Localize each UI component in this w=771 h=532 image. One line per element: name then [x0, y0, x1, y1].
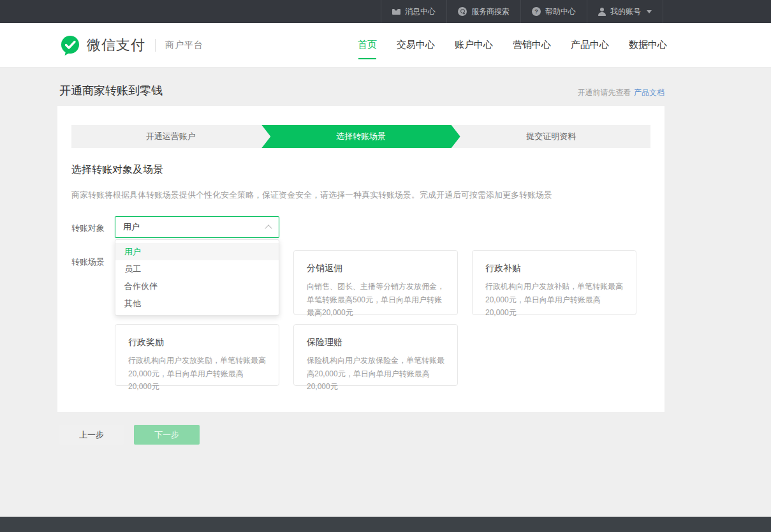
- nav-item-marketing-center[interactable]: 营销中心: [513, 39, 551, 51]
- scene-card-title: 行政奖励: [128, 337, 266, 348]
- brand-divider: [155, 39, 156, 52]
- scene-card-title: 分销返佣: [307, 263, 444, 274]
- dropdown-option-employee[interactable]: 员工: [115, 260, 279, 277]
- main-nav: 首页 交易中心 账户中心 营销中心 产品中心 数据中心: [358, 39, 667, 51]
- topbar-item-help[interactable]: ? 帮助中心: [520, 0, 587, 23]
- page-title: 开通商家转账到零钱: [59, 83, 163, 98]
- nav-item-account-center[interactable]: 账户中心: [455, 39, 493, 51]
- topbar-item-messages[interactable]: 消息中心: [381, 0, 446, 23]
- topbar-item-provider-search[interactable]: 服务商搜索: [446, 0, 520, 23]
- main-content: 开通商家转账到零钱 开通前请先查看 产品文档 开通运营账户 选择转账场景 提交证…: [0, 68, 771, 517]
- scene-card-title: 行政补贴: [485, 263, 623, 274]
- scene-card-desc: 行政机构向用户发放奖励，单笔转账最高20,000元，单日向单用户转账最高20,0…: [128, 354, 266, 394]
- product-doc-link[interactable]: 产品文档: [634, 88, 665, 97]
- prev-step-button[interactable]: 上一步: [59, 425, 124, 445]
- wechat-pay-icon: [59, 34, 81, 56]
- dropdown-option-user[interactable]: 用户: [115, 243, 279, 260]
- select-value: 用户: [123, 221, 266, 233]
- scene-card-insurance-claim[interactable]: 保险理赔 保险机构向用户发放保险金，单笔转账最高20,000元，单日向单用户转账…: [293, 324, 458, 386]
- nav-item-home[interactable]: 首页: [358, 39, 377, 51]
- dropdown-option-partner[interactable]: 合作伙伴: [115, 277, 279, 295]
- transfer-target-dropdown: 用户 员工 合作伙伴 其他: [115, 239, 279, 316]
- scene-card-desc: 向销售、团长、主播等分销方发放佣金，单笔转账最高500元，单日向单用户转账最高2…: [307, 280, 444, 320]
- brand-name: 微信支付: [87, 36, 145, 55]
- step-choose-scene: 选择转账场景: [261, 125, 460, 148]
- transfer-target-select[interactable]: 用户: [115, 216, 279, 238]
- section-title: 选择转账对象及场景: [71, 163, 650, 177]
- search-icon: [458, 7, 467, 16]
- scene-card-admin-subsidy[interactable]: 行政补贴 行政机构向用户发放补贴，单笔转账最高20,000元，单日向单用户转账最…: [472, 250, 636, 315]
- brand-subtitle: 商户平台: [165, 40, 203, 51]
- header: 微信支付 商户平台 首页 交易中心 账户中心 营销中心 产品中心 数据中心: [0, 23, 771, 68]
- chevron-up-icon: [265, 225, 272, 232]
- footer-bar: [0, 517, 771, 532]
- next-step-button[interactable]: 下一步: [134, 425, 200, 445]
- setup-panel: 开通运营账户 选择转账场景 提交证明资料 选择转账对象及场景 商家转账将根据具体…: [57, 106, 665, 412]
- dropdown-option-other[interactable]: 其他: [115, 295, 279, 312]
- scene-card-admin-reward[interactable]: 行政奖励 行政机构向用户发放奖励，单笔转账最高20,000元，单日向单用户转账最…: [115, 324, 279, 386]
- scene-card-title: 保险理赔: [307, 337, 444, 348]
- scene-card-distribution-commission[interactable]: 分销返佣 向销售、团长、主播等分销方发放佣金，单笔转账最高500元，单日向单用户…: [293, 250, 458, 315]
- step-open-account: 开通运营账户: [71, 125, 270, 148]
- section-description: 商家转账将根据具体转账场景提供个性化安全策略，保证资金安全，请选择一种真实转账场…: [71, 189, 650, 201]
- topbar-item-label: 我的账号: [610, 6, 641, 17]
- step-submit-proof: 提交证明资料: [452, 125, 650, 148]
- mail-icon: [392, 9, 400, 15]
- scene-card-desc: 保险机构向用户发放保险金，单笔转账最高20,000元，单日向单用户转账最高20,…: [307, 354, 444, 394]
- step-indicator: 开通运营账户 选择转账场景 提交证明资料: [71, 125, 650, 148]
- chevron-down-icon: [647, 10, 652, 13]
- topbar-item-label: 服务商搜索: [471, 6, 510, 17]
- topbar-item-label: 帮助中心: [545, 6, 576, 17]
- topbar: 消息中心 服务商搜索 ? 帮助中心 我的账号: [0, 0, 771, 23]
- nav-item-product-center[interactable]: 产品中心: [571, 39, 609, 51]
- nav-item-trade-center[interactable]: 交易中心: [397, 39, 435, 51]
- transfer-target-label: 转账对象: [71, 216, 115, 238]
- user-icon: [598, 8, 606, 16]
- brand-logo[interactable]: 微信支付 商户平台: [59, 34, 203, 56]
- topbar-item-my-account[interactable]: 我的账号: [587, 0, 663, 23]
- doc-hint-text: 开通前请先查看: [578, 88, 631, 97]
- nav-item-data-center[interactable]: 数据中心: [629, 39, 667, 51]
- help-icon: ?: [532, 7, 541, 16]
- scene-card-desc: 行政机构向用户发放补贴，单笔转账最高20,000元，单日向单用户转账最高20,0…: [485, 280, 623, 320]
- topbar-item-label: 消息中心: [405, 6, 436, 17]
- transfer-scene-label: 转账场景: [71, 250, 115, 386]
